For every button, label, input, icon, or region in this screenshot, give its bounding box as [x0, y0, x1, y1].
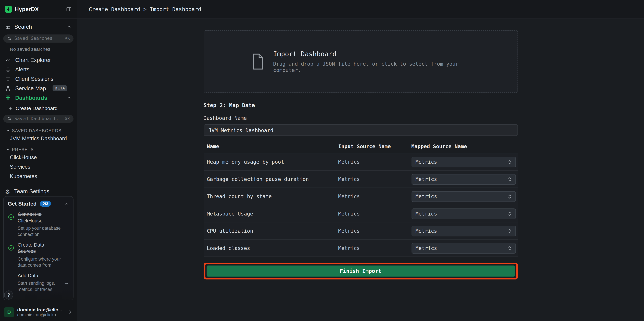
column-header-name: Name: [207, 143, 338, 149]
gear-icon: ⚙: [5, 189, 10, 194]
mapped-source-select[interactable]: Metrics: [411, 157, 516, 167]
get-started-title: Get Started: [8, 201, 36, 207]
select-chevrons-icon: [507, 176, 512, 182]
sidebar-item-dashboards[interactable]: Dashboards: [0, 93, 77, 102]
service-map-icon: [5, 85, 11, 91]
saved-dashboards-section-toggle[interactable]: SAVED DASHBOARDS: [0, 124, 77, 134]
table-row: Loaded classes Metrics Metrics: [204, 240, 518, 257]
app-window: HyperDX Search Saved Searches ⌘K No save…: [0, 0, 644, 321]
presets-section-toggle[interactable]: PRESETS: [0, 143, 77, 153]
get-started-item-title: Connect to ClickHouse: [18, 211, 62, 224]
select-chevrons-icon: [507, 211, 512, 216]
arrow-right-icon: →: [64, 280, 69, 286]
mapped-source-select[interactable]: Metrics: [411, 208, 516, 219]
check-circle-icon: [8, 245, 14, 268]
preset-item-kubernetes[interactable]: Kubernetes: [0, 172, 77, 181]
table-row: Heap memory usage by pool Metrics Metric…: [204, 153, 518, 171]
user-email: dominic.tran@clickh...: [17, 312, 62, 317]
sidebar-item-label: Chart Explorer: [15, 57, 51, 63]
dashboard-name-input[interactable]: [204, 124, 518, 136]
breadcrumb[interactable]: Create Dashboard > Import Dashboard: [77, 0, 644, 19]
preset-item-clickhouse[interactable]: ClickHouse: [0, 153, 77, 162]
beta-badge: BETA: [52, 85, 67, 91]
search-section-icon: [5, 24, 11, 30]
get-started-item-sources[interactable]: Create Data Sources Configure where your…: [8, 242, 69, 268]
preset-item-services[interactable]: Services: [0, 162, 77, 172]
get-started-item-desc: Configure where your data comes from: [18, 256, 69, 268]
saved-dashboards-section-label: SAVED DASHBOARDS: [12, 128, 62, 133]
mapped-source-select[interactable]: Metrics: [411, 243, 516, 253]
finish-import-button[interactable]: Finish Import: [206, 266, 515, 277]
progress-badge: 2/3: [40, 201, 51, 207]
column-header-input-source: Input Source Name: [338, 143, 411, 149]
saved-dashboard-item[interactable]: JVM Metrics Dashboard: [0, 134, 77, 143]
chevron-up-icon: [66, 95, 72, 100]
shortcut-badge: ⌘K: [65, 116, 70, 121]
team-settings-label: Team Settings: [14, 188, 49, 194]
select-chevrons-icon: [507, 245, 512, 251]
get-started-item-desc: Start sending logs, metrics, or traces: [18, 280, 60, 293]
sidebar-item-alerts[interactable]: Alerts: [0, 65, 77, 74]
get-started-header[interactable]: Get Started 2/3: [8, 201, 69, 207]
help-button[interactable]: ?: [4, 291, 13, 300]
get-started-item-add-data[interactable]: Add Data Start sending logs, metrics, or…: [8, 273, 69, 293]
input-source-cell: Metrics: [338, 245, 411, 251]
dropzone-subtitle: Drag and drop a JSON file here, or click…: [273, 61, 470, 73]
bell-icon: [5, 66, 11, 73]
mapping-table: Name Input Source Name Mapped Source Nam…: [204, 142, 518, 257]
search-section-header[interactable]: Search: [0, 19, 77, 32]
select-chevrons-icon: [507, 159, 512, 165]
mapped-source-select[interactable]: Metrics: [411, 174, 516, 184]
user-menu[interactable]: D dominic.tran@clic... dominic.tran@clic…: [0, 303, 77, 321]
collapse-sidebar-icon[interactable]: [66, 6, 72, 12]
sidebar-item-service-map[interactable]: Service Map BETA: [0, 84, 77, 93]
avatar: D: [4, 307, 14, 317]
no-saved-searches-text: No saved searches: [0, 44, 77, 55]
chevron-up-icon: [66, 24, 72, 29]
saved-dashboards-input[interactable]: Saved Dashboards ⌘K: [3, 115, 74, 123]
sidebar-item-team-settings[interactable]: ⚙ Team Settings: [0, 187, 77, 196]
chart-name-cell: Thread count by state: [207, 193, 338, 199]
import-dropzone[interactable]: Import Dashboard Drag and drop a JSON fi…: [204, 30, 518, 93]
table-row: Thread count by state Metrics Metrics: [204, 188, 518, 205]
chart-icon: [5, 57, 11, 63]
table-row: Metaspace Usage Metrics Metrics: [204, 205, 518, 222]
sidebar-item-label: Alerts: [15, 66, 30, 73]
chart-name-cell: Metaspace Usage: [207, 210, 338, 217]
get-started-item-connect[interactable]: Connect to ClickHouse Set up your databa…: [8, 211, 69, 238]
file-icon: [251, 53, 265, 70]
dashboards-grid-icon: [5, 95, 11, 101]
shortcut-badge: ⌘K: [65, 36, 70, 41]
create-dashboard-button[interactable]: Create Dashboard: [0, 104, 77, 113]
chart-name-cell: CPU utilization: [207, 228, 338, 234]
column-header-mapped-source: Mapped Source Name: [411, 143, 514, 149]
sidebar-item-client-sessions[interactable]: Client Sessions: [0, 74, 77, 83]
create-dashboard-label: Create Dashboard: [16, 105, 58, 111]
chart-name-cell: Garbage collection pause duration: [207, 176, 338, 182]
selected-value: Metrics: [416, 159, 437, 165]
chart-name-cell: Heap memory usage by pool: [207, 159, 338, 165]
chevron-down-icon: [6, 147, 10, 151]
chevron-right-icon: [68, 309, 73, 315]
input-source-cell: Metrics: [338, 159, 411, 165]
table-row: Garbage collection pause duration Metric…: [204, 171, 518, 188]
step-label: Step 2: Map Data: [204, 102, 518, 108]
chevron-down-icon: [6, 128, 10, 132]
sidebar-item-label: Dashboards: [15, 95, 47, 101]
mapped-source-select[interactable]: Metrics: [411, 191, 516, 202]
sidebar-header: HyperDX: [0, 0, 77, 19]
select-chevrons-icon: [507, 228, 512, 234]
sidebar-item-label: Client Sessions: [15, 76, 54, 82]
mapped-source-select[interactable]: Metrics: [411, 226, 516, 236]
chevron-up-icon: [64, 201, 69, 206]
plus-icon: [8, 106, 13, 111]
sidebar-item-chart-explorer[interactable]: Chart Explorer: [0, 56, 77, 65]
selected-value: Metrics: [416, 176, 437, 182]
input-source-cell: Metrics: [338, 193, 411, 199]
chart-name-cell: Loaded classes: [207, 245, 338, 251]
saved-searches-input[interactable]: Saved Searches ⌘K: [3, 34, 74, 42]
content-scroll-area: Import Dashboard Drag and drop a JSON fi…: [77, 19, 644, 321]
search-icon: [7, 116, 12, 121]
input-source-cell: Metrics: [338, 176, 411, 182]
table-header-row: Name Input Source Name Mapped Source Nam…: [204, 142, 518, 154]
